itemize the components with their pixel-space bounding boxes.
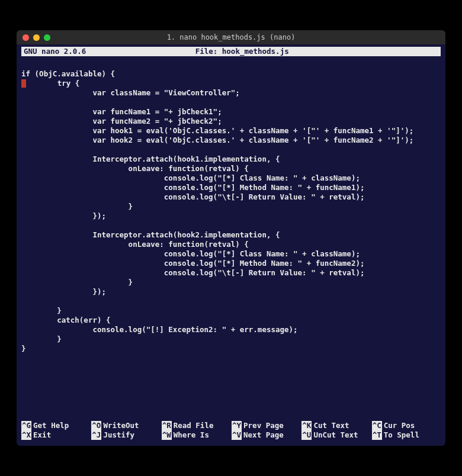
shortcut-label: Prev Page bbox=[243, 421, 284, 430]
zoom-icon[interactable] bbox=[44, 34, 50, 41]
shortcut-label: Cur Pos bbox=[384, 421, 415, 430]
nano-statusbar: GNU nano 2.0.6 File: hook_methods.js bbox=[21, 47, 441, 56]
shortcut-key: ^R bbox=[162, 421, 172, 430]
shortcut-item: ^XExit bbox=[21, 430, 90, 440]
shortcut-label: Justify bbox=[103, 430, 134, 440]
shortcut-item: ^YPrev Page bbox=[232, 421, 300, 430]
cursor-icon bbox=[21, 79, 26, 88]
shortcut-item: ^CCur Pos bbox=[372, 421, 441, 430]
shortcut-item: ^RRead File bbox=[162, 421, 230, 430]
shortcut-item: ^JJustify bbox=[91, 430, 160, 440]
shortcut-label: WriteOut bbox=[103, 421, 139, 430]
shortcut-key: ^K bbox=[301, 421, 312, 430]
shortcut-label: Next Page bbox=[243, 430, 284, 440]
shortcut-key: ^G bbox=[21, 421, 31, 430]
shortcut-item: ^TTo Spell bbox=[372, 430, 441, 440]
shortcut-key: ^J bbox=[91, 430, 101, 440]
shortcut-key: ^C bbox=[372, 421, 382, 430]
close-icon[interactable] bbox=[23, 34, 29, 41]
shortcut-item: ^GGet Help bbox=[21, 421, 90, 430]
nano-shortcuts: ^GGet Help^OWriteOut^RRead File^YPrev Pa… bbox=[21, 420, 441, 440]
shortcut-key: ^T bbox=[372, 430, 382, 440]
traffic-lights bbox=[23, 34, 50, 41]
shortcut-key: ^V bbox=[232, 430, 242, 440]
shortcut-key: ^U bbox=[301, 430, 312, 440]
shortcut-label: Read File bbox=[174, 421, 214, 430]
shortcut-label: Get Help bbox=[33, 421, 69, 430]
shortcut-item: ^UUnCut Text bbox=[301, 430, 370, 440]
shortcut-key: ^O bbox=[91, 421, 101, 430]
shortcut-label: UnCut Text bbox=[313, 430, 358, 440]
shortcut-key: ^W bbox=[162, 430, 172, 440]
shortcut-label: Exit bbox=[33, 430, 51, 440]
editor-area[interactable]: if (ObjC.available) { try { var classNam… bbox=[21, 60, 441, 420]
terminal-window: 1. nano hook_methods.js (nano) GNU nano … bbox=[17, 30, 445, 446]
shortcut-item: ^WWhere Is bbox=[162, 430, 230, 440]
shortcut-item: ^OWriteOut bbox=[91, 421, 160, 430]
shortcut-key: ^X bbox=[21, 430, 31, 440]
titlebar[interactable]: 1. nano hook_methods.js (nano) bbox=[17, 30, 445, 44]
nano-file-label: File: hook_methods.js bbox=[44, 47, 439, 56]
shortcut-item: ^VNext Page bbox=[232, 430, 300, 440]
shortcut-key: ^Y bbox=[232, 421, 242, 430]
shortcut-label: Where Is bbox=[174, 430, 209, 440]
terminal-content[interactable]: GNU nano 2.0.6 File: hook_methods.js if … bbox=[17, 44, 445, 446]
shortcut-label: To Spell bbox=[384, 430, 419, 440]
shortcut-label: Cut Text bbox=[313, 421, 349, 430]
window-title: 1. nano hook_methods.js (nano) bbox=[17, 33, 445, 41]
minimize-icon[interactable] bbox=[33, 34, 40, 41]
shortcut-item: ^KCut Text bbox=[301, 421, 370, 430]
